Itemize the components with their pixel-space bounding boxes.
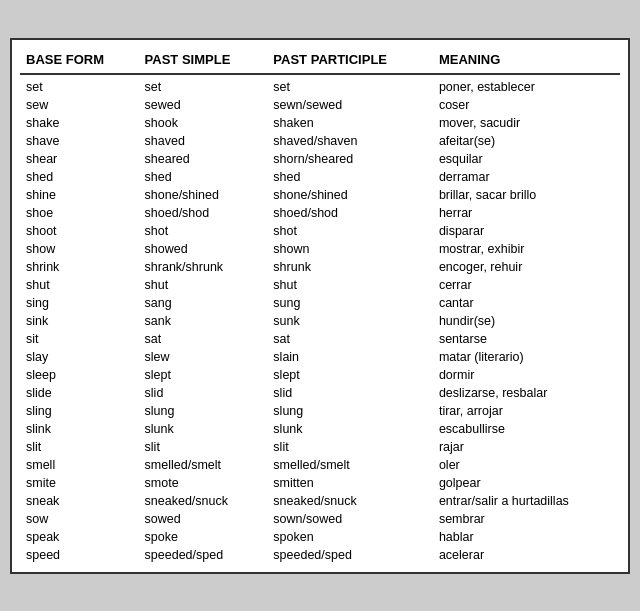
table-cell: sing [20, 294, 139, 312]
table-cell: shone/shined [267, 186, 433, 204]
table-cell: sown/sowed [267, 510, 433, 528]
table-cell: slay [20, 348, 139, 366]
table-cell: golpear [433, 474, 620, 492]
table-cell: spoke [139, 528, 268, 546]
table-cell: shorn/sheared [267, 150, 433, 168]
table-cell: rajar [433, 438, 620, 456]
table-row: shoeshoed/shodshoed/shodherrar [20, 204, 620, 222]
table-cell: speak [20, 528, 139, 546]
verb-table: BASE FORM PAST SIMPLE PAST PARTICIPLE ME… [20, 48, 620, 564]
table-cell: sewed [139, 96, 268, 114]
table-cell: shine [20, 186, 139, 204]
table-cell: slept [139, 366, 268, 384]
table-cell: mostrar, exhibir [433, 240, 620, 258]
table-cell: shaved/shaven [267, 132, 433, 150]
table-cell: shed [267, 168, 433, 186]
table-cell: shrink [20, 258, 139, 276]
table-cell: sowed [139, 510, 268, 528]
table-cell: slit [139, 438, 268, 456]
table-row: slingslungslungtirar, arrojar [20, 402, 620, 420]
table-row: shootshotshotdisparar [20, 222, 620, 240]
col-header-past-participle: PAST PARTICIPLE [267, 48, 433, 74]
table-row: sinksanksunkhundir(se) [20, 312, 620, 330]
table-cell: shut [139, 276, 268, 294]
table-cell: sink [20, 312, 139, 330]
table-cell: poner, establecer [433, 74, 620, 96]
table-cell: afeitar(se) [433, 132, 620, 150]
table-cell: shoed/shod [267, 204, 433, 222]
table-row: shineshone/shinedshone/shinedbrillar, sa… [20, 186, 620, 204]
table-cell: show [20, 240, 139, 258]
table-row: slideslidsliddeslizarse, resbalar [20, 384, 620, 402]
table-cell: sung [267, 294, 433, 312]
col-header-past-simple: PAST SIMPLE [139, 48, 268, 74]
table-cell: deslizarse, resbalar [433, 384, 620, 402]
table-cell: slunk [139, 420, 268, 438]
table-cell: sunk [267, 312, 433, 330]
table-cell: entrar/salir a hurtadillas [433, 492, 620, 510]
table-cell: escabullirse [433, 420, 620, 438]
table-cell: set [20, 74, 139, 96]
table-cell: slide [20, 384, 139, 402]
table-cell: sat [267, 330, 433, 348]
table-cell: shed [20, 168, 139, 186]
table-cell: shook [139, 114, 268, 132]
table-cell: set [267, 74, 433, 96]
table-row: speedspeeded/spedspeeded/spedacelerar [20, 546, 620, 564]
table-cell: shed [139, 168, 268, 186]
table-row: sewsewedsewn/sewedcoser [20, 96, 620, 114]
table-cell: shone/shined [139, 186, 268, 204]
table-row: sowsowedsown/sowedsembrar [20, 510, 620, 528]
table-row: shutshutshutcerrar [20, 276, 620, 294]
main-container: BASE FORM PAST SIMPLE PAST PARTICIPLE ME… [10, 38, 630, 574]
table-cell: shave [20, 132, 139, 150]
table-cell: shut [267, 276, 433, 294]
table-cell: shoot [20, 222, 139, 240]
table-cell: acelerar [433, 546, 620, 564]
table-cell: shrank/shrunk [139, 258, 268, 276]
table-row: speakspokespokenhablar [20, 528, 620, 546]
table-cell: slink [20, 420, 139, 438]
table-cell: smite [20, 474, 139, 492]
col-header-base: BASE FORM [20, 48, 139, 74]
table-cell: mover, sacudir [433, 114, 620, 132]
table-row: sitsatsatsentarse [20, 330, 620, 348]
table-cell: slew [139, 348, 268, 366]
table-cell: sembrar [433, 510, 620, 528]
table-cell: shear [20, 150, 139, 168]
table-cell: smelled/smelt [139, 456, 268, 474]
table-cell: tirar, arrojar [433, 402, 620, 420]
table-cell: sneaked/snuck [139, 492, 268, 510]
table-cell: coser [433, 96, 620, 114]
table-cell: shaken [267, 114, 433, 132]
table-cell: encoger, rehuir [433, 258, 620, 276]
table-cell: slid [139, 384, 268, 402]
table-row: showshowedshownmostrar, exhibir [20, 240, 620, 258]
table-cell: sew [20, 96, 139, 114]
table-row: smitesmotesmittengolpear [20, 474, 620, 492]
table-row: setsetsetponer, establecer [20, 74, 620, 96]
table-cell: speeded/sped [139, 546, 268, 564]
table-cell: smote [139, 474, 268, 492]
table-cell: speeded/sped [267, 546, 433, 564]
table-row: smellsmelled/smeltsmelled/smeltoler [20, 456, 620, 474]
table-cell: matar (literario) [433, 348, 620, 366]
table-cell: brillar, sacar brillo [433, 186, 620, 204]
table-row: sleepsleptsleptdormir [20, 366, 620, 384]
table-cell: sling [20, 402, 139, 420]
table-row: shakeshookshakenmover, sacudir [20, 114, 620, 132]
table-cell: smelled/smelt [267, 456, 433, 474]
table-cell: oler [433, 456, 620, 474]
table-cell: slit [267, 438, 433, 456]
table-cell: slung [267, 402, 433, 420]
table-cell: esquilar [433, 150, 620, 168]
table-cell: sang [139, 294, 268, 312]
table-row: shearshearedshorn/shearedesquilar [20, 150, 620, 168]
table-cell: sneak [20, 492, 139, 510]
table-cell: shot [139, 222, 268, 240]
table-cell: slept [267, 366, 433, 384]
table-cell: sat [139, 330, 268, 348]
table-row: sneaksneaked/snucksneaked/snuckentrar/sa… [20, 492, 620, 510]
table-cell: cerrar [433, 276, 620, 294]
table-cell: speed [20, 546, 139, 564]
